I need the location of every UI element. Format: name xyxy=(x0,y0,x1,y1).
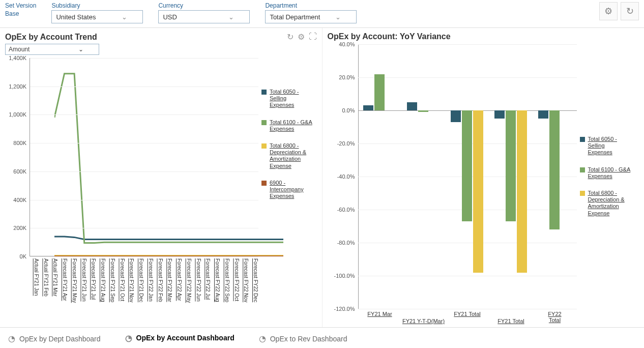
y-tick-label: 20.0% xyxy=(339,74,355,80)
line-chart-svg xyxy=(54,58,283,256)
bar[interactable] xyxy=(363,105,373,110)
subsidiary-select[interactable]: United States ⌄ xyxy=(51,10,143,23)
refresh-icon: ↻ xyxy=(626,6,634,17)
settings-button[interactable]: ⚙ xyxy=(599,2,618,20)
x-tick-label: Forecast FY21 May xyxy=(68,256,77,303)
x-tick-label: Forecast FY22 Apr xyxy=(172,256,182,303)
currency-value: USD xyxy=(163,13,177,21)
x-tick-label: Forecast FY21 Jul xyxy=(87,256,97,303)
refresh-button[interactable]: ↻ xyxy=(621,2,639,20)
line-series[interactable] xyxy=(54,237,283,240)
x-tick-label: Forecast FY22 Mar xyxy=(163,256,173,303)
amount-dropdown[interactable]: Amount ⌄ xyxy=(5,44,99,55)
y-tick-label: -100.0% xyxy=(334,273,355,279)
y-tick-label: -60.0% xyxy=(337,207,355,213)
line-x-axis: Actual FY21 JanActual FY21 FebActual FY2… xyxy=(30,256,258,303)
y-tick-label: 1,000K xyxy=(9,111,26,118)
legend-selling[interactable]: Total 6050 - Selling Expenses xyxy=(580,136,631,156)
global-toolbar: ⚙ ↻ xyxy=(599,2,639,20)
opex-variance-panel: OpEx by Account: YoY Variance 40.0%20.0%… xyxy=(323,28,645,327)
tab-rev-dashboard[interactable]: ◔ OpEx to Rev Dashboard xyxy=(257,329,349,348)
chevron-down-icon: ⌄ xyxy=(228,13,234,21)
bar-legend: Total 6050 - Selling Expenses Total 6100… xyxy=(577,44,634,309)
line-plot-area: Actual FY21 JanActual FY21 FebActual FY2… xyxy=(5,58,258,256)
legend-ga[interactable]: Total 6100 - G&A Expenses xyxy=(580,166,631,180)
y-tick-label: 0K xyxy=(20,253,26,259)
y-tick-label: 600K xyxy=(13,168,26,175)
x-tick-label: Forecast FY22 Oct xyxy=(230,256,240,303)
filter-currency: Currency USD ⌄ xyxy=(158,2,250,23)
bar[interactable] xyxy=(418,110,428,112)
chart-toolbar: ↻ ⚙ ⛶ xyxy=(287,32,317,42)
x-tick-label: Forecast FY21 Apr xyxy=(58,256,68,303)
chevron-down-icon: ⌄ xyxy=(78,46,83,53)
x-tick-label: FY21 Total xyxy=(454,311,480,317)
x-tick-label: Actual FY21 Jan xyxy=(30,256,39,303)
y-tick-label: 800K xyxy=(13,140,26,146)
chevron-down-icon: ⌄ xyxy=(335,13,341,21)
opex-variance-title: OpEx by Account: YoY Variance xyxy=(328,32,451,41)
bar[interactable] xyxy=(549,110,560,229)
dashboard-icon: ◔ xyxy=(8,334,15,343)
x-tick-label: Forecast FY22 Jun xyxy=(192,256,201,303)
dashboard-icon: ◔ xyxy=(125,333,132,343)
x-tick-label: FY21 Total xyxy=(497,318,524,324)
amount-value: Amount xyxy=(9,46,30,53)
x-tick-label: Forecast FY21 Jun xyxy=(77,256,87,303)
subsidiary-label: Subsidiary xyxy=(51,2,143,9)
opex-trend-panel: OpEx by Account Trend ↻ ⚙ ⛶ Amount ⌄ Act… xyxy=(0,28,323,327)
line-plot-inner xyxy=(30,58,258,256)
bar[interactable] xyxy=(538,110,548,119)
department-label: Department xyxy=(265,2,357,9)
main-content: OpEx by Account Trend ↻ ⚙ ⛶ Amount ⌄ Act… xyxy=(0,28,644,327)
filter-subsidiary: Subsidiary United States ⌄ xyxy=(51,2,143,23)
y-tick-label: -20.0% xyxy=(337,140,355,147)
set-version-value[interactable]: Base xyxy=(5,10,36,17)
x-tick-label: Forecast FY22 Feb xyxy=(154,256,163,303)
gear-icon: ⚙ xyxy=(604,6,612,17)
x-tick-label: Forecast FY21 Dec xyxy=(134,256,144,303)
x-tick-label: Forecast FY22 Dec xyxy=(249,256,258,303)
x-tick-label: Forecast FY22 Jan xyxy=(144,256,154,303)
x-tick-label: Forecast FY22 May xyxy=(182,256,192,303)
bar-plot-area: 40.0%20.0%0.0%-20.0%-40.0%-60.0%-80.0%-1… xyxy=(328,44,577,309)
gear-icon[interactable]: ⚙ xyxy=(298,32,305,42)
legend-depr[interactable]: Total 6800 - Depreciation & Amortization… xyxy=(580,190,631,217)
bar-plot-inner: 40.0%20.0%0.0%-20.0%-40.0%-60.0%-80.0%-1… xyxy=(358,44,577,309)
x-tick-label: FY22 Total xyxy=(544,311,566,323)
dashboard-icon: ◔ xyxy=(259,334,266,343)
opex-trend-title: OpEx by Account Trend xyxy=(5,33,97,42)
y-tick-label: 400K xyxy=(13,197,26,203)
bar[interactable] xyxy=(374,74,385,111)
set-version-label: Set Version xyxy=(5,2,36,9)
x-tick-label: Forecast FY22 Aug xyxy=(211,256,220,303)
x-tick-label: Forecast FY21 Nov xyxy=(125,256,135,303)
x-tick-label: FY21 Mar xyxy=(367,311,392,317)
bar[interactable] xyxy=(473,110,483,273)
x-tick-label: Actual FY21 Feb xyxy=(39,256,49,303)
bar[interactable] xyxy=(506,110,516,221)
line-series[interactable] xyxy=(54,74,283,243)
bar[interactable] xyxy=(451,110,461,122)
tab-account-dashboard[interactable]: ◔ OpEx by Account Dashboard xyxy=(123,328,237,349)
tab-dept-dashboard[interactable]: ◔ OpEx by Dept Dashboard xyxy=(6,329,103,348)
filter-set-version: Set Version Base xyxy=(5,2,36,17)
y-tick-label: 40.0% xyxy=(339,41,355,47)
department-select[interactable]: Total Department ⌄ xyxy=(265,10,357,23)
y-tick-label: 1,400K xyxy=(9,55,26,61)
y-tick-label: 200K xyxy=(13,225,26,231)
y-tick-label: -120.0% xyxy=(334,306,355,312)
filter-bar: Set Version Base Subsidiary United State… xyxy=(0,0,644,28)
chevron-down-icon: ⌄ xyxy=(122,13,127,21)
expand-icon[interactable]: ⛶ xyxy=(309,32,317,42)
bar[interactable] xyxy=(517,110,527,273)
currency-select[interactable]: USD ⌄ xyxy=(158,10,250,23)
bar[interactable] xyxy=(494,110,505,119)
y-tick-label: -40.0% xyxy=(337,173,355,180)
refresh-icon[interactable]: ↻ xyxy=(287,32,294,42)
x-tick-label: Forecast FY21 Oct xyxy=(115,256,125,303)
bar[interactable] xyxy=(462,110,472,221)
bar[interactable] xyxy=(407,102,417,110)
y-tick-label: -80.0% xyxy=(337,240,355,246)
x-tick-label: Forecast FY22 Nov xyxy=(240,256,249,303)
